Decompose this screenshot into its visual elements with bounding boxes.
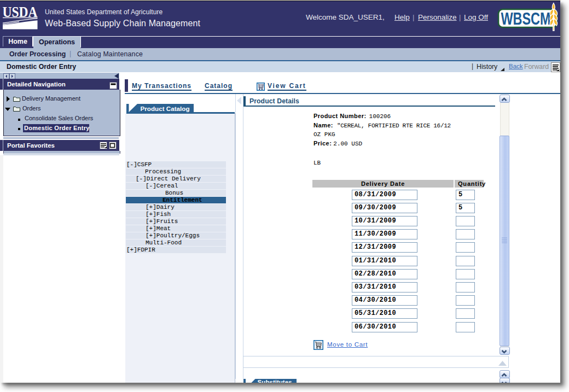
svg-text:WBSCM: WBSCM [501, 9, 551, 28]
svg-text:Product Catalog: Product Catalog [141, 106, 190, 112]
svg-text:Substitutes: Substitutes [258, 379, 292, 383]
